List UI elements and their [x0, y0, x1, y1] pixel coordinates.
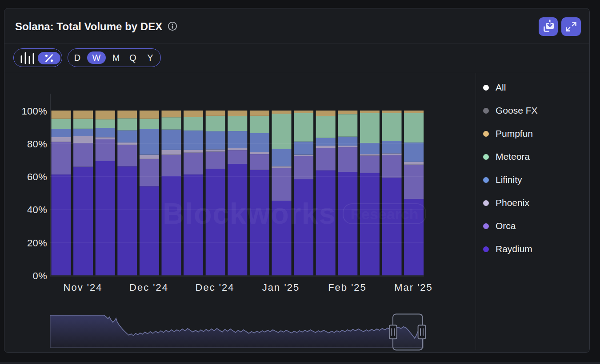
svg-text:Blockworks: Blockworks: [163, 197, 336, 230]
svg-text:60%: 60%: [27, 171, 47, 182]
svg-text:20%: 20%: [27, 237, 47, 249]
svg-text:Nov '24: Nov '24: [64, 282, 103, 293]
svg-text:100%: 100%: [22, 106, 47, 117]
svg-text:Feb '25: Feb '25: [328, 282, 367, 293]
svg-text:Research: Research: [350, 206, 418, 222]
svg-text:Dec '24: Dec '24: [196, 282, 235, 293]
svg-text:Dec '24: Dec '24: [129, 282, 168, 293]
svg-text:40%: 40%: [27, 204, 47, 215]
svg-text:Jan '25: Jan '25: [262, 282, 300, 293]
svg-text:80%: 80%: [27, 138, 47, 150]
svg-text:Mar '25: Mar '25: [394, 282, 433, 293]
svg-text:0%: 0%: [33, 270, 47, 281]
